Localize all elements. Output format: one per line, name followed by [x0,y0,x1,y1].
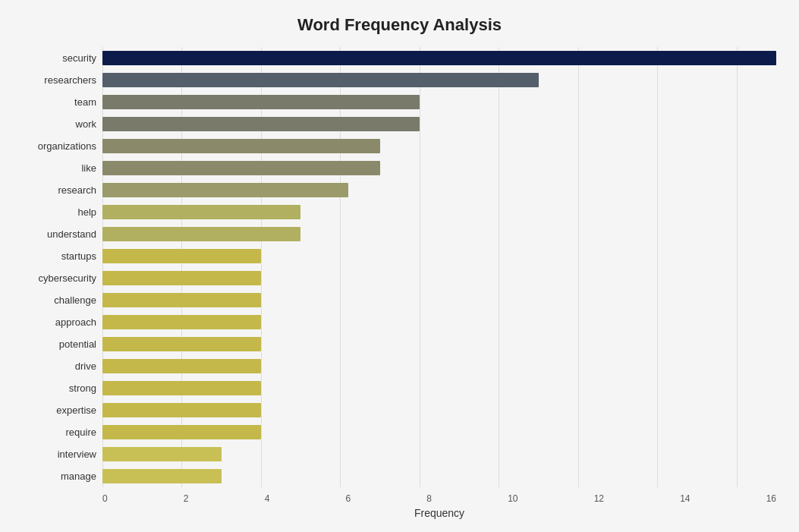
y-label: security [23,47,96,69]
x-axis-label: Frequency [102,507,776,519]
bar-row [102,201,776,223]
y-label: challenge [23,289,96,311]
bar [102,293,261,307]
x-tick: 4 [265,493,270,504]
bar [102,271,261,285]
bar-row [102,399,776,421]
y-label: team [23,91,96,113]
x-tick: 10 [508,493,517,504]
bars-wrapper [102,47,776,487]
bar [102,315,261,329]
chart-area: securityresearchersteamworkorganizations… [23,47,776,487]
bar [102,73,539,87]
bar [102,205,300,219]
y-label: drive [23,355,96,377]
bar-row [102,69,776,91]
bar [102,359,261,373]
bar [102,381,261,395]
x-tick: 0 [102,493,108,504]
bar-row [102,311,776,333]
y-label: potential [23,333,96,355]
bar [102,425,261,439]
bar-row [102,377,776,399]
bar [102,249,261,263]
bar-row [102,91,776,113]
y-label: startups [23,245,96,267]
x-tick: 2 [184,493,189,504]
x-tick: 16 [766,493,776,504]
bar-row [102,443,776,465]
bar [102,447,222,461]
bar-row [102,157,776,179]
y-label: cybersecurity [23,267,96,289]
bar [102,95,420,109]
x-tick: 8 [426,493,432,504]
bar-row [102,421,776,443]
chart-container: Word Frequency Analysis securityresearch… [0,0,799,532]
y-label: organizations [23,135,96,157]
y-axis-labels: securityresearchersteamworkorganizations… [23,47,102,487]
bar-row [102,355,776,377]
bar [102,403,261,417]
x-tick: 12 [594,493,604,504]
y-label: manage [23,465,96,487]
bar [102,227,300,241]
y-label: interview [23,443,96,465]
bar [102,183,348,197]
bar-row [102,289,776,311]
x-tick: 6 [345,493,351,504]
bars-area [102,47,776,487]
y-label: research [23,179,96,201]
bar-row [102,113,776,135]
bar-row [102,135,776,157]
bar-row [102,47,776,69]
x-axis: 0246810121416 [102,487,776,504]
y-label: help [23,201,96,223]
bar-row [102,333,776,355]
bar [102,117,420,131]
bar [102,51,776,65]
y-label: strong [23,377,96,399]
bar [102,139,380,153]
y-label: researchers [23,69,96,91]
y-label: understand [23,223,96,245]
bar-row [102,179,776,201]
bar [102,337,261,351]
y-label: approach [23,311,96,333]
y-label: require [23,421,96,443]
chart-title: Word Frequency Analysis [23,15,776,35]
bar-row [102,465,776,487]
y-label: work [23,113,96,135]
x-tick: 14 [680,493,690,504]
bar-row [102,223,776,245]
bar-row [102,245,776,267]
y-label: expertise [23,399,96,421]
y-label: like [23,157,96,179]
bar [102,161,380,175]
bar-row [102,267,776,289]
bar [102,469,222,483]
